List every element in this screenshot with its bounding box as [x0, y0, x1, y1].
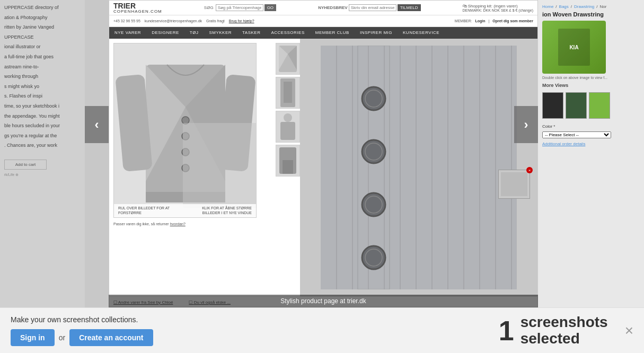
- svg-rect-20: [321, 46, 517, 289]
- color-swatch-black[interactable]: [542, 92, 563, 119]
- sidebar-text-13: ble hours secluded in your: [4, 122, 81, 129]
- big-cardigan-illustration: [321, 46, 517, 289]
- sidebar-text-10: s. Flashes of inspi: [4, 93, 81, 100]
- work-life-badge: rk/Life ⊕: [4, 173, 81, 177]
- screenshot-count: 1: [499, 317, 514, 345]
- bottom-notification-bar: Make your own screenshot collections. Si…: [0, 307, 644, 353]
- background: UPPERCASE directory of ation & Photograp…: [0, 0, 644, 353]
- product-title: ion Woven Drawstring: [542, 11, 640, 17]
- sidebar-text-4: UPPERCASE: [4, 34, 81, 41]
- free-shipping-label: Gratis fragt: [206, 19, 225, 23]
- prev-arrow[interactable]: ‹: [85, 106, 109, 143]
- sidebar-text-3: ritten by Janine Vanged: [4, 24, 81, 31]
- right-sidebar: Home / Bags / Drawstring / Nor ion Woven…: [538, 0, 644, 307]
- breadcrumb-bags[interactable]: Bags: [559, 4, 569, 9]
- nav-item-toj[interactable]: TØJ: [184, 27, 204, 39]
- breadcrumb-nor: Nor: [600, 4, 607, 9]
- nav-item-smykker[interactable]: SMYKKER: [204, 27, 237, 39]
- thumbnail-popup: ×: [498, 170, 530, 199]
- screenshots-counter: 1 screenshots selected ×: [499, 314, 633, 347]
- phone-number: +45 32 96 55 95: [113, 19, 140, 23]
- sidebar-text-7: astream nine-to-: [4, 64, 81, 70]
- email-address: kundeservice@triercopenhagen.dk: [145, 19, 202, 23]
- product-thumb[interactable]: KIA: [542, 21, 606, 74]
- left-sidebar: UPPERCASE directory of ation & Photograp…: [0, 0, 85, 307]
- breadcrumb: Home / Bags / Drawstring / Nor: [542, 4, 640, 9]
- breadcrumb-drawstring[interactable]: Drawstring: [574, 4, 594, 9]
- nav-item-accessories[interactable]: ACCESSORIES: [266, 27, 310, 39]
- svg-rect-19: [283, 160, 293, 174]
- product-left-panel: RUL OVER BILLEDET FOR AT FORSTØRRE KLIK …: [109, 39, 274, 296]
- help-link[interactable]: Brug for hjælp?: [229, 19, 254, 23]
- return-text: Passer varen dig ikke, så returner hvord…: [113, 221, 269, 227]
- nav-item-kundeservice[interactable]: KUNDESERVICE: [398, 27, 445, 39]
- svg-rect-15: [284, 82, 292, 103]
- svg-point-16: [284, 113, 292, 122]
- product-area: RUL OVER BILLEDET FOR AT FORSTØRRE KLIK …: [109, 39, 537, 296]
- sidebar-text-6: a full-time job that goes: [4, 54, 81, 60]
- next-arrow[interactable]: ›: [514, 106, 538, 143]
- color-swatch-dark-green[interactable]: [566, 92, 587, 119]
- thumbnail-4[interactable]: [276, 145, 300, 176]
- store-header: TRIER COPENHAGEN.COM SØG GO NYHEDSBREV T…: [109, 1, 537, 15]
- newsletter-section: NYHEDSBREV TILMELD: [318, 4, 420, 11]
- header-search[interactable]: SØG GO: [204, 4, 276, 11]
- newsletter-button[interactable]: TILMELD: [398, 4, 421, 11]
- store-logo: TRIER COPENHAGEN.COM: [113, 2, 162, 14]
- additional-order-details[interactable]: Additional order details: [542, 142, 640, 146]
- register-link[interactable]: Opret dig som member: [492, 19, 533, 23]
- thumbnail-3[interactable]: [276, 111, 300, 143]
- image-overlay: RUL OVER BILLEDET FOR AT FORSTØRRE KLIK …: [114, 204, 256, 217]
- nav-item-designere[interactable]: DESIGNERE: [146, 27, 184, 39]
- page-caption: Stylish product page at trier.dk: [109, 295, 538, 307]
- cardigan-illustration: [114, 43, 257, 218]
- nav-item-tasker[interactable]: TASKER: [237, 27, 266, 39]
- sidebar-text-9: s might whisk yo: [4, 83, 81, 90]
- color-swatch-green[interactable]: [589, 92, 610, 119]
- main-product-big-image[interactable]: [300, 39, 537, 296]
- more-views-label: More Views: [542, 83, 640, 88]
- nav-item-nye-varer[interactable]: NYE VARER: [109, 27, 146, 39]
- right-arrow-icon: ›: [524, 117, 528, 132]
- main-product-image[interactable]: RUL OVER BILLEDET FOR AT FORSTØRRE KLIK …: [113, 43, 257, 218]
- add-to-cart-button[interactable]: Add to cart: [4, 160, 47, 170]
- newsletter-label: NYHEDSBREV: [318, 5, 348, 10]
- color-select[interactable]: -- Please Select --: [542, 131, 611, 138]
- breadcrumb-home[interactable]: Home: [542, 4, 553, 9]
- popup-close-button[interactable]: ×: [526, 167, 533, 173]
- screenshot-container: TRIER COPENHAGEN.COM SØG GO NYHEDSBREV T…: [109, 0, 538, 307]
- sidebar-text-12: the appendage. You might: [4, 113, 81, 120]
- thumbnail-1[interactable]: [276, 43, 300, 75]
- color-label: Color *: [542, 124, 640, 129]
- nav-item-member-club[interactable]: MEMBER CLUB: [310, 27, 355, 39]
- search-input[interactable]: [216, 4, 263, 11]
- member-info: MEMBER: Login | Opret dig som member: [455, 19, 533, 23]
- image-instruction: Double click on above image to view f...: [542, 76, 640, 80]
- search-label: SØG: [204, 5, 214, 10]
- create-account-button[interactable]: Create an account: [69, 329, 153, 346]
- zoom-hint-2: KLIK FOR AT ÅBNE STØRRE BILLEDER I ET NY…: [188, 206, 252, 215]
- bottom-bar-left: Make your own screenshot collections. Si…: [11, 315, 153, 346]
- sidebar-text-14: gs you're a regular at the: [4, 133, 81, 139]
- promo-text: Make your own screenshot collections.: [11, 315, 153, 324]
- sidebar-text-15: . Chances are, your work: [4, 142, 81, 149]
- or-separator: or: [59, 333, 65, 342]
- svg-rect-43: [501, 172, 527, 196]
- close-button[interactable]: ×: [625, 322, 633, 339]
- store-navigation: NYE VARER DESIGNERE TØJ SMYKKER TASKER A…: [109, 27, 537, 39]
- svg-rect-10: [183, 123, 257, 208]
- newsletter-input[interactable]: [349, 4, 396, 11]
- counter-label: screenshots selected: [521, 314, 608, 347]
- sidebar-text-1: UPPERCASE directory of: [4, 4, 81, 11]
- contact-info: +45 32 96 55 95 kundeservice@triercopenh…: [113, 19, 254, 23]
- search-button[interactable]: GO: [264, 4, 276, 11]
- popup-thumbnail: [499, 170, 530, 198]
- login-link[interactable]: Login: [475, 19, 485, 23]
- thumbnail-2[interactable]: [276, 77, 300, 109]
- left-arrow-icon: ‹: [95, 117, 99, 132]
- thumbnail-strip: [274, 39, 300, 296]
- signin-button[interactable]: Sign in: [11, 329, 55, 346]
- nav-item-inspirer-mig[interactable]: INSPIRER MIG: [355, 27, 398, 39]
- store-subheader: +45 32 96 55 95 kundeservice@triercopenh…: [109, 15, 537, 27]
- auth-actions: Sign in or Create an account: [11, 329, 153, 346]
